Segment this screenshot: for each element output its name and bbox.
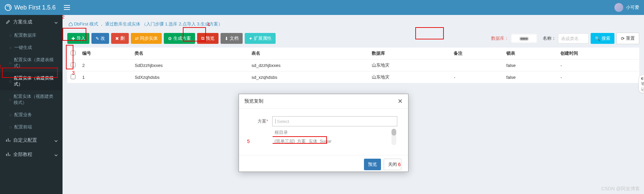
chevron-down-icon	[54, 19, 58, 25]
refresh-icon: ⟳	[621, 36, 625, 41]
scheme-label: 方案*	[250, 116, 268, 124]
name-label: 名称：	[543, 35, 556, 41]
user-menu[interactable]: 小可爱	[614, 3, 639, 12]
sidebar-section-scheme[interactable]: 方案生成	[0, 15, 63, 29]
close-icon[interactable]: ✕	[398, 98, 403, 105]
col-table: 表名	[248, 48, 368, 59]
sync-icon: ⇄	[135, 36, 139, 41]
sidebar-item-db[interactable]: ○配置数据库	[0, 29, 63, 41]
row-checkbox[interactable]	[71, 63, 75, 67]
dialog-preview-button[interactable]: 预览	[364, 159, 381, 170]
col-created: 创建时间	[557, 48, 639, 59]
chevron-down-icon	[54, 152, 58, 157]
db-value[interactable]: ■■■	[511, 34, 537, 43]
scheme-select[interactable]: Select	[272, 116, 397, 126]
col-remark: 备注	[450, 48, 503, 59]
sidebar-section-custom[interactable]: 自定义配置	[0, 133, 63, 147]
data-table: 编号 类名 表名 数据库 备注 锁表 创建时间 2 SdDzzhjbxxes	[67, 48, 639, 83]
x-icon: ✖	[115, 36, 119, 41]
ext-button[interactable]: ✦扩展属性	[245, 33, 276, 44]
name-input[interactable]	[558, 33, 589, 43]
sidebar-item-biz[interactable]: ○配置业务	[0, 109, 63, 121]
bar-chart-icon	[6, 138, 11, 143]
sidebar-section-tutorials[interactable]: 全部教程	[0, 147, 63, 162]
dialog-close-button[interactable]: 关闭	[384, 159, 401, 170]
delete-button[interactable]: ✖删	[111, 33, 129, 44]
user-name: 小可爱	[626, 4, 639, 11]
scrollbar-thumb[interactable]	[391, 129, 396, 136]
col-lock: 锁表	[503, 48, 557, 59]
app-logo-icon	[5, 4, 12, 11]
annotation-number: 2	[62, 14, 65, 20]
dropdown-option[interactable]: [简单三层]_方案_实体_Sugar	[273, 137, 397, 146]
bar-chart-icon	[6, 152, 11, 158]
db-label: 数据库：	[491, 35, 509, 41]
preview-button[interactable]: ⧉预览	[197, 33, 219, 44]
gears-icon: ⚙	[168, 36, 172, 41]
edge-feedback-icon[interactable]: ◐笔记	[639, 75, 644, 93]
table-row[interactable]: 1 SdXzqhdsbs sd_xzqhdsbs 山东地灾 - false -	[67, 71, 639, 83]
sidebar-item-view2class[interactable]: ○配置实体（视图建类模式）	[0, 90, 63, 109]
preview-dialog: 预览复制 ✕ 方案* Select 根目录 [简单三层]_方案_实	[239, 94, 408, 172]
app-title: Web First 1.5.6	[14, 4, 56, 11]
scheme-dropdown[interactable]: 根目录 [简单三层]_方案_实体_Sugar	[272, 128, 397, 146]
table-row[interactable]: 2 SdDzzhjbxxes sd_dzzhjbxxes 山东地灾 false …	[67, 59, 639, 71]
edit-icon	[6, 19, 11, 25]
col-db: 数据库	[368, 48, 451, 59]
edit-button[interactable]: ✎改	[91, 33, 109, 44]
home-icon	[69, 21, 73, 27]
sidebar-section-label: 方案生成	[13, 19, 32, 25]
sidebar-section-label: 自定义配置	[13, 137, 37, 143]
col-id: 编号	[79, 48, 131, 59]
watermark: CSDN @阿发博客	[601, 186, 640, 192]
select-all-checkbox[interactable]	[71, 51, 75, 55]
download-icon: ⬇	[225, 36, 228, 41]
doc-button[interactable]: ⬇文档	[221, 33, 243, 44]
chevron-down-icon	[54, 138, 58, 143]
breadcrumb: DbFirst 模式 ， 通过数库生成实体 （入门步骤 1.选库 2.点导入 3…	[69, 21, 639, 27]
copy-icon: ⧉	[201, 36, 204, 41]
sidebar-item-onekey[interactable]: ○一键生成	[0, 41, 63, 54]
col-class: 类名	[131, 48, 248, 59]
annotation-number: 5	[247, 139, 250, 144]
dialog-title: 预览复制	[244, 98, 263, 104]
avatar	[614, 3, 623, 12]
search-icon: 🔍	[595, 36, 600, 41]
sidebar-item-front[interactable]: ○配置前端	[0, 121, 63, 133]
dropdown-option[interactable]: 根目录	[273, 128, 397, 137]
star-icon: ✦	[249, 36, 253, 41]
search-button[interactable]: 🔍搜索	[591, 33, 614, 44]
sidebar-section-label: 全部教程	[13, 152, 32, 158]
sync-button[interactable]: ⇄同步实体	[131, 33, 162, 44]
generate-button[interactable]: ⚙生成方案	[164, 33, 195, 44]
pencil-icon: ✎	[95, 36, 99, 41]
row-checkbox[interactable]	[71, 74, 75, 79]
import-button[interactable]: ✚导入	[67, 33, 89, 44]
reset-button[interactable]: ⟳重置	[616, 33, 639, 44]
sidebar-item-table2class[interactable]: ○配置实体（表建类模式）	[0, 72, 63, 90]
sidebar-item-class2table[interactable]: ○配置实体（类建表模式）	[0, 54, 63, 72]
menu-toggle-icon[interactable]	[64, 5, 70, 10]
plus-icon: ✚	[71, 36, 75, 41]
